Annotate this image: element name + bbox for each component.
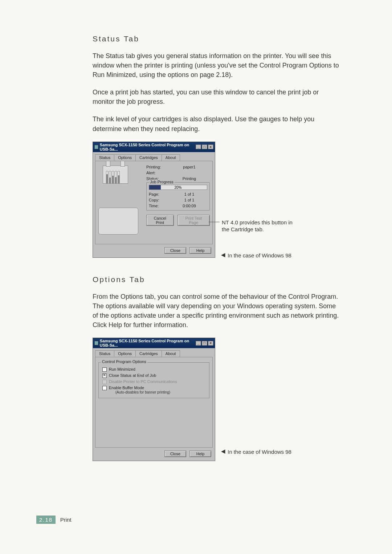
cancel-print-button[interactable]: Cancel Print [146, 215, 174, 226]
dialog2-title: Samsung SCX-1150 Series Control Program … [100, 339, 196, 347]
options-group-legend: Control Program Options [101, 359, 147, 364]
page-label: Page: [149, 192, 171, 196]
option-enable-buffer[interactable]: Enable Buffer Mode (Auto-disables for ba… [102, 386, 205, 394]
dialog1-titlebar: Samsung SCX-1150 Series Control Program … [93, 142, 215, 152]
close-window-button[interactable]: × [208, 341, 213, 346]
status-dialog: Samsung SCX-1150 Series Control Program … [93, 142, 215, 258]
printing-value: paper1 [169, 165, 210, 169]
annotation-win98-1: In the case of Windows 98 [228, 252, 291, 259]
app-icon [94, 341, 98, 345]
alert-label: Alert: [146, 171, 169, 175]
ink-gauge [112, 171, 114, 183]
checkbox-icon [102, 380, 107, 384]
tab-status[interactable]: Status [95, 350, 114, 357]
tab-about[interactable]: About [162, 154, 180, 161]
maximize-button[interactable]: □ [202, 144, 207, 149]
job-progress-legend: Job Progress [149, 180, 175, 184]
alert-value [169, 171, 210, 175]
minimize-button[interactable]: _ [196, 341, 201, 346]
option-disable-comm: Disable Printer to PC Communications [102, 379, 205, 384]
annotation-win98-2: In the case of Windows 98 [228, 448, 291, 456]
option-run-minimized[interactable]: Run Minimized [102, 367, 205, 372]
options-dialog: Samsung SCX-1150 Series Control Program … [93, 338, 215, 461]
dialog2-close-button[interactable]: Close [164, 451, 186, 457]
option-label: Close Status at End of Job [109, 373, 156, 378]
dialog2-titlebar: Samsung SCX-1150 Series Control Program … [93, 338, 215, 348]
page-footer: 2.18 Print [36, 516, 72, 524]
status-value: Printing [169, 176, 210, 181]
ink-gauge [106, 171, 108, 183]
ink-gauge [118, 171, 120, 183]
maximize-button[interactable]: □ [202, 341, 207, 346]
page-number: 2.18 [36, 516, 56, 524]
printing-label: Printing: [146, 165, 169, 169]
dialog2-tabs: Status Options Cartridges About [93, 348, 215, 357]
option-sub-label: (Auto-disables for banner printing) [115, 390, 170, 394]
ink-gauge [115, 171, 117, 183]
option-label: Enable Buffer Mode [109, 386, 144, 390]
pointer-icon: ◀ [221, 252, 225, 258]
tab-cartridges[interactable]: Cartridges [135, 154, 162, 161]
dialog1-help-button[interactable]: Help [189, 247, 211, 254]
dialog2-body: Control Program Options Run Minimized Cl… [95, 357, 213, 448]
ink-gauge [109, 171, 111, 183]
checkbox-icon[interactable] [102, 386, 107, 390]
tab-cartridges[interactable]: Cartridges [135, 350, 162, 357]
dialog1-title: Samsung SCX-1150 Series Control Program … [100, 143, 196, 151]
status-para-2: Once a print job has started, you can us… [93, 87, 339, 106]
minimize-button[interactable]: _ [196, 144, 201, 149]
annotation-nt4: NT 4.0 provides this button in the Cartr… [222, 219, 294, 233]
page-value: 1 of 1 [171, 192, 207, 196]
checkbox-icon[interactable] [102, 374, 107, 378]
print-test-page-button[interactable]: Print Test Page [177, 215, 210, 226]
progress-bar: 20% [149, 185, 207, 190]
dialog2-help-button[interactable]: Help [189, 451, 211, 457]
tab-options[interactable]: Options [114, 154, 136, 161]
option-label: Run Minimized [109, 367, 135, 371]
option-label: Disable Printer to PC Communications [109, 379, 177, 384]
copy-label: Copy: [149, 198, 171, 202]
dialog1-close-button[interactable]: Close [164, 247, 186, 254]
page-section-name: Print [57, 517, 72, 523]
pointer-icon: ◀ [221, 448, 225, 455]
dialog1-tabs: Status Options Cartridges About [93, 152, 215, 161]
option-close-status[interactable]: Close Status at End of Job [102, 373, 205, 378]
status-para-1: The Status tab gives you general status … [93, 51, 339, 80]
app-icon [94, 145, 98, 149]
time-value: 0:00:09 [171, 204, 207, 208]
status-para-3: The ink level of your cartridges is also… [93, 114, 339, 133]
copy-value: 1 of 1 [171, 198, 207, 202]
callout-line [209, 222, 220, 222]
close-window-button[interactable]: × [208, 144, 213, 149]
control-program-options-group: Control Program Options Run Minimized Cl… [98, 362, 209, 398]
tab-status[interactable]: Status [95, 154, 114, 161]
printer-illustration [103, 166, 139, 205]
tab-options[interactable]: Options [114, 350, 136, 357]
checkbox-icon[interactable] [102, 367, 107, 372]
options-tab-heading: Options Tab [93, 275, 339, 284]
tab-about[interactable]: About [162, 350, 180, 357]
status-tab-heading: Status Tab [93, 34, 339, 43]
progress-percent: 20% [174, 185, 181, 189]
dialog1-body: Printing: paper1 Alert: Status: Printing… [95, 161, 213, 244]
job-progress-group: Job Progress 20% Page: 1 of 1 Copy: 1 of… [146, 182, 210, 211]
options-para-1: From the Options tab, you can control so… [93, 292, 339, 330]
time-label: Time: [149, 204, 171, 208]
